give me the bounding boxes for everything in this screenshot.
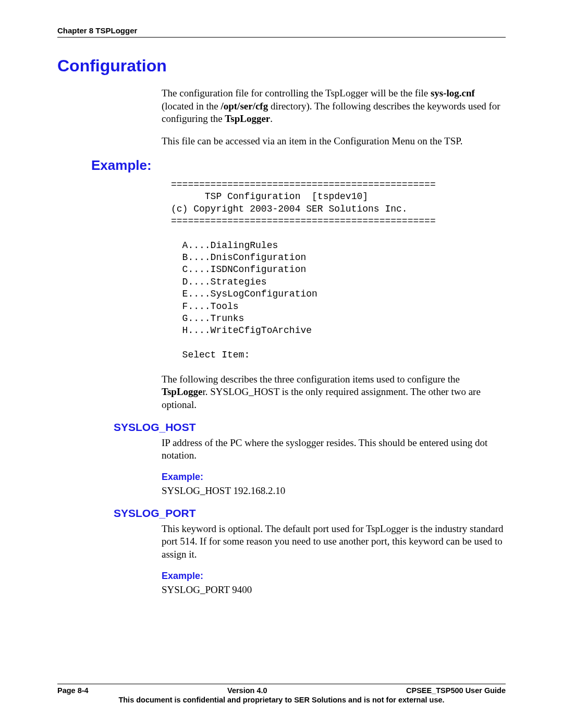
page: Chapter 8 TSPLogger Configuration The co… [0, 0, 563, 596]
after-code-paragraph: The following describes the three config… [162, 373, 506, 412]
text: . [270, 113, 273, 124]
footer-notice: This document is confidential and propri… [57, 696, 506, 704]
code-block: ========================================… [171, 179, 506, 362]
syslog-port-example-value: SYSLOG_PORT 9400 [162, 584, 506, 597]
text-bold: TspLogger [225, 113, 270, 124]
text: (located in the [162, 101, 221, 112]
example-heading: Example: [91, 157, 506, 174]
syslog-host-desc: IP address of the PC where the syslogger… [162, 437, 506, 462]
syslog-host-example-value: SYSLOG_HOST 192.168.2.10 [162, 485, 506, 498]
syslog-host-block: IP address of the PC where the syslogger… [162, 437, 506, 498]
code-container: ========================================… [162, 179, 506, 412]
page-header: Chapter 8 TSPLogger [57, 26, 506, 38]
text-bold: /opt/ser/cfg [221, 101, 268, 112]
syslog-port-heading: SYSLOG_PORT [114, 507, 506, 520]
intro-paragraph-2: This file can be accessed via an item in… [162, 135, 506, 148]
text-bold: TspLogge [162, 386, 203, 397]
page-footer: Page 8-4 Version 4.0 CPSEE_TSP500 User G… [57, 684, 506, 704]
footer-page-number: Page 8-4 [57, 686, 89, 695]
footer-version: Version 4.0 [89, 686, 406, 695]
syslog-port-desc: This keyword is optional. The default po… [162, 523, 506, 561]
text-bold: sys-log.cnf [431, 88, 475, 98]
syslog-host-heading: SYSLOG_HOST [114, 421, 506, 434]
intro-block: The configuration file for controlling t… [162, 87, 506, 148]
footer-row: Page 8-4 Version 4.0 CPSEE_TSP500 User G… [57, 686, 506, 695]
text: The following describes the three config… [162, 374, 460, 385]
syslog-port-block: This keyword is optional. The default po… [162, 523, 506, 597]
page-title: Configuration [57, 56, 506, 76]
intro-paragraph-1: The configuration file for controlling t… [162, 87, 506, 126]
syslog-port-example-label: Example: [162, 571, 506, 582]
text: r. SYSLOG_HOST is the only required assi… [162, 386, 481, 410]
syslog-host-example-label: Example: [162, 472, 506, 483]
text: The configuration file for controlling t… [162, 88, 431, 98]
footer-doc-title: CPSEE_TSP500 User Guide [406, 686, 506, 695]
